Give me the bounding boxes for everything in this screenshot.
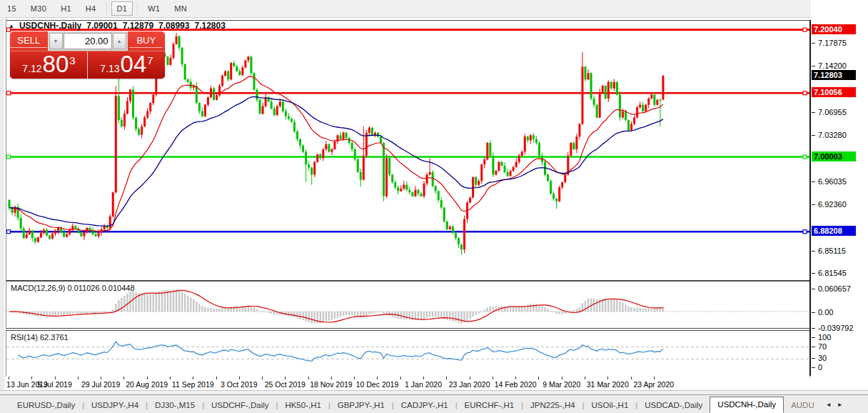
date-tick-mark	[262, 377, 263, 379]
tab-eurchfh1[interactable]: EURCHF-,H1	[458, 398, 522, 413]
rsi-tick: 30	[811, 354, 827, 362]
macd-histogram	[9, 289, 664, 324]
date-label: 14 Feb 2020	[495, 380, 537, 389]
date-label: 20 Aug 2019	[126, 380, 168, 389]
date-tick-mark	[170, 377, 171, 379]
tab-usdcnhdaily[interactable]: USDCNH-,Daily	[710, 397, 784, 413]
date-label: 29 Jul 2019	[81, 380, 120, 389]
one-click-trading-panel: SELL ▼ ▲ BUY 7.12 80 3 7.13 04 7	[10, 31, 165, 79]
tab-jpn225h4[interactable]: JPN225-,H4	[523, 398, 582, 413]
collapse-arrow-icon[interactable]: ▲	[9, 23, 14, 29]
tab-dj30m15[interactable]: DJ30-,M15	[148, 398, 202, 413]
rsi-value: 62.3761	[40, 333, 69, 342]
timeframe-button-15[interactable]: 15	[1, 1, 22, 16]
macd-panel[interactable]: MACD(12,26,9) 0.011026 0.010448	[6, 281, 810, 329]
tab-eurusddaily[interactable]: EURUSD-,Daily	[10, 398, 82, 413]
date-tick-mark	[147, 377, 148, 379]
date-label: 31 Mar 2020	[587, 380, 629, 389]
toolbar-separator	[137, 3, 138, 14]
price-axis[interactable]: 7.178757.142007.069557.032806.960356.923…	[811, 0, 868, 413]
rsi-tick: 0	[811, 363, 822, 372]
tab-gbpjpyh1[interactable]: GBPJPY-,H1	[330, 398, 392, 413]
timeframe-button-m30[interactable]: M30	[25, 1, 52, 16]
date-label: 23 Apr 2020	[634, 380, 675, 389]
tab-cadjpyh1[interactable]: CADJPY-,H1	[394, 398, 455, 413]
date-label: 5 Jul 2019	[37, 380, 71, 389]
timeframe-button-h4[interactable]: H4	[80, 1, 102, 16]
date-tick-mark	[331, 377, 332, 379]
price-tick: 7.03280	[811, 131, 847, 139]
date-label: 25 Oct 2019	[265, 380, 306, 389]
date-tick-mark	[31, 377, 32, 379]
date-tick-mark	[55, 377, 56, 379]
tab-usdchfdaily[interactable]: USDCHF-,Daily	[204, 398, 276, 413]
date-tick-mark	[377, 377, 378, 379]
macd-axis-scale: 0.0606570.00-0.039792	[811, 281, 868, 327]
level-price-badge: 6.88208	[812, 226, 856, 236]
tab-usdjpyh4[interactable]: USDJPY-,H4	[84, 398, 146, 413]
rsi-label: RSI(14) 62.3761	[11, 333, 69, 342]
volume-decrease-icon[interactable]: ▼	[49, 33, 63, 49]
price-tick: 7.06955	[811, 108, 847, 116]
price-tick: 6.85115	[811, 247, 846, 255]
macd-name: MACD(12,26,9)	[11, 284, 65, 292]
tab-usoilh1[interactable]: USOil-,H1	[585, 398, 636, 413]
price-axis-scale: 7.178757.142007.069557.032806.960356.923…	[811, 20, 868, 279]
ohlc-open: 7.09001	[86, 21, 117, 31]
price-tick: 7.14200	[811, 61, 847, 70]
date-tick-mark	[607, 377, 608, 379]
tab-scroll-right-icon[interactable]: ►	[837, 402, 843, 408]
price-tick: 6.92360	[811, 200, 847, 209]
price-tick: 6.96035	[811, 177, 847, 186]
moving-averages-layer	[9, 76, 663, 232]
rsi-name: RSI(14)	[11, 333, 38, 342]
date-tick-mark	[562, 377, 562, 379]
tab-usdcaddaily[interactable]: USDCAD-,Daily	[637, 398, 710, 413]
tab-scroll-left-icon[interactable]: ◄	[826, 402, 832, 408]
rsi-chart[interactable]	[6, 331, 809, 375]
tab-scroll-buttons: ◄►	[823, 402, 846, 413]
date-label: 1 Jan 2020	[405, 380, 442, 389]
date-axis[interactable]: 13 Jun 20195 Jul 201929 Jul 201920 Aug 2…	[6, 377, 809, 390]
timeframe-button-d1[interactable]: D1	[111, 1, 133, 16]
date-tick-mark	[354, 377, 355, 379]
level-price-badge: 7.00003	[812, 151, 856, 161]
timeframe-button-mn[interactable]: MN	[168, 1, 193, 16]
date-tick-mark	[654, 377, 655, 379]
rsi-tick: 70	[811, 342, 827, 351]
date-tick-mark	[216, 377, 217, 379]
date-tick-mark	[193, 377, 193, 379]
date-tick-mark	[493, 377, 493, 379]
timeframe-button-h1[interactable]: H1	[55, 1, 77, 16]
volume-increase-icon[interactable]: ▲	[113, 33, 126, 49]
timeframe-button-w1[interactable]: W1	[142, 1, 166, 16]
macd-signal-value: 0.010448	[102, 284, 135, 292]
sell-button[interactable]: SELL	[10, 31, 48, 51]
date-tick-mark	[9, 377, 9, 379]
buy-button[interactable]: BUY	[128, 31, 166, 51]
date-tick-mark	[585, 377, 585, 379]
chart-symbol: USDCNH-,Daily	[19, 21, 81, 31]
ask-price[interactable]: 7.13 04 7	[88, 51, 165, 79]
bid-price[interactable]: 7.12 80 3	[10, 51, 88, 79]
rsi-tick: 100	[811, 333, 831, 342]
date-tick-mark	[123, 377, 124, 379]
date-tick-mark	[400, 377, 401, 379]
ohlc-high: 7.12879	[123, 21, 153, 31]
tab-hk50h1[interactable]: HK50-,H1	[278, 398, 328, 413]
timeframe-toolbar: 15M30H1H4D1W1MN	[0, 0, 868, 18]
date-tick-mark	[239, 377, 240, 379]
date-label: 9 Mar 2020	[542, 380, 580, 389]
date-label: 10 Dec 2019	[356, 380, 399, 389]
macd-label: MACD(12,26,9) 0.011026 0.010448	[11, 284, 135, 292]
date-tick-mark	[515, 377, 516, 379]
date-tick-mark	[308, 377, 309, 379]
rsi-panel[interactable]: RSI(14) 62.3761	[6, 330, 810, 377]
price-tick: 6.81545	[811, 269, 847, 277]
date-tick-mark	[101, 377, 101, 379]
volume-input[interactable]	[64, 33, 112, 49]
date-tick-mark	[470, 377, 470, 379]
tab-audu[interactable]: AUDU	[784, 398, 822, 413]
price-tick: 7.17875	[811, 39, 847, 47]
rsi-axis-scale: 10070300	[811, 330, 868, 376]
